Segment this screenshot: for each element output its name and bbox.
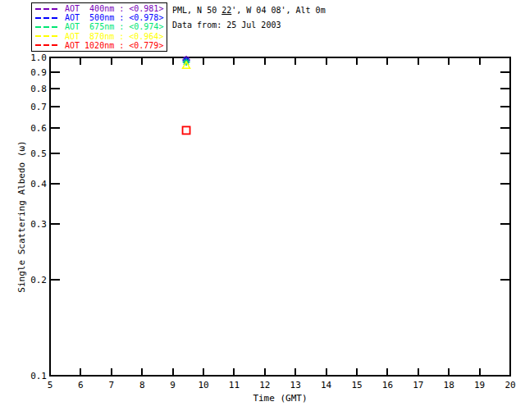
x-tick-label: 13	[290, 380, 301, 390]
y-tick-label: 0.1	[30, 371, 47, 381]
x-tick-label: 12	[259, 380, 270, 390]
y-tick-label: 0.7	[30, 102, 47, 112]
x-tick-label: 9	[170, 380, 176, 390]
x-tick-label: 19	[474, 380, 485, 390]
plot-window: AOT 400nm : <0.981>AOT 500nm : <0.978>AO…	[0, 0, 525, 420]
y-tick-label: 0.4	[30, 179, 47, 189]
chart-canvas: 5678910111213141516171819201.00.90.80.70…	[0, 0, 525, 420]
x-tick-label: 17	[413, 380, 423, 390]
y-tick-label: 0.9	[30, 67, 47, 78]
x-tick-label: 11	[229, 380, 240, 390]
y-tick-label: 0.5	[30, 148, 47, 159]
y-tick-label: 0.2	[30, 275, 47, 285]
data-series-aot-1020nm	[183, 126, 190, 134]
y-axis-title: Single Scattering Albedo (ω)	[16, 140, 27, 292]
y-tick-label: 0.8	[30, 84, 47, 94]
x-tick-label: 10	[198, 380, 208, 390]
x-tick-label: 16	[382, 380, 393, 390]
plot-frame	[50, 57, 510, 376]
x-axis-ticks	[50, 58, 510, 375]
x-tick-label: 18	[444, 380, 454, 390]
x-tick-label: 7	[108, 380, 114, 390]
x-tick-label: 14	[321, 380, 332, 390]
x-tick-label: 5	[48, 380, 53, 390]
marker-square	[183, 126, 190, 134]
y-tick-label: 0.6	[30, 123, 47, 134]
x-tick-label: 8	[139, 380, 145, 390]
y-axis-ticks	[51, 57, 509, 376]
x-tick-label: 6	[78, 380, 84, 390]
x-tick-label: 20	[504, 380, 515, 390]
x-axis-title: Time (GMT)	[253, 393, 307, 404]
y-tick-label: 0.3	[30, 219, 47, 230]
y-tick-label: 1.0	[30, 52, 47, 63]
x-tick-label: 15	[351, 380, 362, 390]
